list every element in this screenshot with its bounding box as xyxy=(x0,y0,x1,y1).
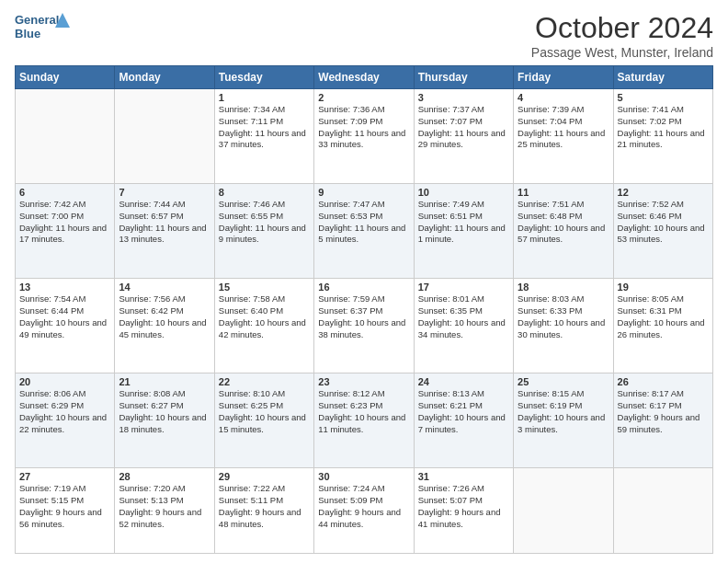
calendar-cell: 24Sunrise: 8:13 AM Sunset: 6:21 PM Dayli… xyxy=(414,373,513,468)
day-number: 22 xyxy=(219,376,310,387)
day-number: 26 xyxy=(618,376,709,387)
weekday-header-row: Sunday Monday Tuesday Wednesday Thursday… xyxy=(16,66,713,89)
day-number: 24 xyxy=(418,376,509,387)
calendar-cell: 8Sunrise: 7:46 AM Sunset: 6:55 PM Daylig… xyxy=(214,184,313,279)
logo-svg: General Blue xyxy=(15,11,70,44)
calendar-table: Sunday Monday Tuesday Wednesday Thursday… xyxy=(15,65,713,554)
calendar-cell xyxy=(613,468,712,554)
svg-text:Blue: Blue xyxy=(15,27,40,40)
day-number: 13 xyxy=(19,282,110,293)
day-number: 17 xyxy=(418,282,509,293)
day-info: Sunrise: 8:08 AM Sunset: 6:27 PM Dayligh… xyxy=(119,388,210,435)
day-info: Sunrise: 7:49 AM Sunset: 6:51 PM Dayligh… xyxy=(418,199,509,246)
day-info: Sunrise: 7:51 AM Sunset: 6:48 PM Dayligh… xyxy=(518,199,609,246)
calendar-cell: 23Sunrise: 8:12 AM Sunset: 6:23 PM Dayli… xyxy=(314,373,414,468)
calendar-cell: 12Sunrise: 7:52 AM Sunset: 6:46 PM Dayli… xyxy=(613,184,712,279)
day-info: Sunrise: 7:24 AM Sunset: 5:09 PM Dayligh… xyxy=(318,483,409,530)
day-info: Sunrise: 8:03 AM Sunset: 6:33 PM Dayligh… xyxy=(518,293,609,340)
day-number: 14 xyxy=(119,282,210,293)
day-number: 21 xyxy=(119,376,210,387)
page: General Blue October 2024 Passage West, … xyxy=(0,0,728,563)
header-tuesday: Tuesday xyxy=(214,66,313,89)
day-info: Sunrise: 7:54 AM Sunset: 6:44 PM Dayligh… xyxy=(19,293,110,340)
day-info: Sunrise: 7:39 AM Sunset: 7:04 PM Dayligh… xyxy=(518,104,609,151)
day-info: Sunrise: 8:15 AM Sunset: 6:19 PM Dayligh… xyxy=(518,388,609,435)
calendar-cell: 20Sunrise: 8:06 AM Sunset: 6:29 PM Dayli… xyxy=(16,373,115,468)
calendar-cell: 28Sunrise: 7:20 AM Sunset: 5:13 PM Dayli… xyxy=(115,468,214,554)
calendar-cell: 15Sunrise: 7:58 AM Sunset: 6:40 PM Dayli… xyxy=(214,279,313,373)
day-number: 28 xyxy=(119,471,210,482)
day-number: 29 xyxy=(219,471,310,482)
calendar-cell xyxy=(115,89,214,184)
header-saturday: Saturday xyxy=(613,66,712,89)
day-info: Sunrise: 8:13 AM Sunset: 6:21 PM Dayligh… xyxy=(418,388,509,435)
header-sunday: Sunday xyxy=(16,66,115,89)
calendar-cell: 3Sunrise: 7:37 AM Sunset: 7:07 PM Daylig… xyxy=(414,89,513,184)
day-info: Sunrise: 7:59 AM Sunset: 6:37 PM Dayligh… xyxy=(318,293,409,340)
day-info: Sunrise: 8:10 AM Sunset: 6:25 PM Dayligh… xyxy=(219,388,310,435)
header-friday: Friday xyxy=(514,66,613,89)
day-number: 2 xyxy=(318,92,409,103)
day-number: 3 xyxy=(418,92,509,103)
calendar-cell: 17Sunrise: 8:01 AM Sunset: 6:35 PM Dayli… xyxy=(414,279,513,373)
day-info: Sunrise: 8:06 AM Sunset: 6:29 PM Dayligh… xyxy=(19,388,110,435)
location-subtitle: Passage West, Munster, Ireland xyxy=(531,45,713,60)
month-title: October 2024 xyxy=(531,11,713,45)
day-number: 6 xyxy=(19,187,110,198)
day-number: 27 xyxy=(19,471,110,482)
day-info: Sunrise: 8:12 AM Sunset: 6:23 PM Dayligh… xyxy=(318,388,409,435)
day-number: 30 xyxy=(318,471,409,482)
calendar-cell: 30Sunrise: 7:24 AM Sunset: 5:09 PM Dayli… xyxy=(314,468,414,554)
calendar-cell: 27Sunrise: 7:19 AM Sunset: 5:15 PM Dayli… xyxy=(16,468,115,554)
calendar-cell xyxy=(16,89,115,184)
day-info: Sunrise: 7:34 AM Sunset: 7:11 PM Dayligh… xyxy=(219,104,310,151)
day-info: Sunrise: 7:47 AM Sunset: 6:53 PM Dayligh… xyxy=(318,199,409,246)
day-info: Sunrise: 7:56 AM Sunset: 6:42 PM Dayligh… xyxy=(119,293,210,340)
calendar-cell: 25Sunrise: 8:15 AM Sunset: 6:19 PM Dayli… xyxy=(514,373,613,468)
header-monday: Monday xyxy=(115,66,214,89)
day-info: Sunrise: 8:17 AM Sunset: 6:17 PM Dayligh… xyxy=(618,388,709,435)
day-number: 5 xyxy=(618,92,709,103)
day-info: Sunrise: 7:26 AM Sunset: 5:07 PM Dayligh… xyxy=(418,483,509,530)
day-number: 20 xyxy=(19,376,110,387)
calendar-cell: 5Sunrise: 7:41 AM Sunset: 7:02 PM Daylig… xyxy=(613,89,712,184)
svg-text:General: General xyxy=(15,13,59,27)
day-number: 16 xyxy=(318,282,409,293)
day-info: Sunrise: 8:05 AM Sunset: 6:31 PM Dayligh… xyxy=(618,293,709,340)
day-number: 10 xyxy=(418,187,509,198)
calendar-cell: 1Sunrise: 7:34 AM Sunset: 7:11 PM Daylig… xyxy=(214,89,313,184)
title-block: October 2024 Passage West, Munster, Irel… xyxy=(531,11,713,60)
day-info: Sunrise: 7:20 AM Sunset: 5:13 PM Dayligh… xyxy=(119,483,210,530)
day-number: 23 xyxy=(318,376,409,387)
calendar-cell: 7Sunrise: 7:44 AM Sunset: 6:57 PM Daylig… xyxy=(115,184,214,279)
calendar-cell: 31Sunrise: 7:26 AM Sunset: 5:07 PM Dayli… xyxy=(414,468,513,554)
logo: General Blue xyxy=(15,11,70,44)
day-number: 8 xyxy=(219,187,310,198)
calendar-cell: 14Sunrise: 7:56 AM Sunset: 6:42 PM Dayli… xyxy=(115,279,214,373)
day-number: 7 xyxy=(119,187,210,198)
header: General Blue October 2024 Passage West, … xyxy=(15,11,713,60)
day-number: 15 xyxy=(219,282,310,293)
day-info: Sunrise: 7:42 AM Sunset: 7:00 PM Dayligh… xyxy=(19,199,110,246)
day-number: 4 xyxy=(518,92,609,103)
day-info: Sunrise: 7:41 AM Sunset: 7:02 PM Dayligh… xyxy=(618,104,709,151)
day-info: Sunrise: 7:58 AM Sunset: 6:40 PM Dayligh… xyxy=(219,293,310,340)
day-info: Sunrise: 7:46 AM Sunset: 6:55 PM Dayligh… xyxy=(219,199,310,246)
day-info: Sunrise: 7:19 AM Sunset: 5:15 PM Dayligh… xyxy=(19,483,110,530)
day-number: 19 xyxy=(618,282,709,293)
calendar-cell: 16Sunrise: 7:59 AM Sunset: 6:37 PM Dayli… xyxy=(314,279,414,373)
calendar-cell: 19Sunrise: 8:05 AM Sunset: 6:31 PM Dayli… xyxy=(613,279,712,373)
calendar-cell: 18Sunrise: 8:03 AM Sunset: 6:33 PM Dayli… xyxy=(514,279,613,373)
day-number: 9 xyxy=(318,187,409,198)
day-info: Sunrise: 7:44 AM Sunset: 6:57 PM Dayligh… xyxy=(119,199,210,246)
day-number: 11 xyxy=(518,187,609,198)
calendar-cell: 6Sunrise: 7:42 AM Sunset: 7:00 PM Daylig… xyxy=(16,184,115,279)
day-info: Sunrise: 8:01 AM Sunset: 6:35 PM Dayligh… xyxy=(418,293,509,340)
calendar-cell: 29Sunrise: 7:22 AM Sunset: 5:11 PM Dayli… xyxy=(214,468,313,554)
calendar-cell: 21Sunrise: 8:08 AM Sunset: 6:27 PM Dayli… xyxy=(115,373,214,468)
day-number: 1 xyxy=(219,92,310,103)
calendar-cell: 22Sunrise: 8:10 AM Sunset: 6:25 PM Dayli… xyxy=(214,373,313,468)
calendar-cell: 11Sunrise: 7:51 AM Sunset: 6:48 PM Dayli… xyxy=(514,184,613,279)
day-info: Sunrise: 7:36 AM Sunset: 7:09 PM Dayligh… xyxy=(318,104,409,151)
calendar-cell: 13Sunrise: 7:54 AM Sunset: 6:44 PM Dayli… xyxy=(16,279,115,373)
